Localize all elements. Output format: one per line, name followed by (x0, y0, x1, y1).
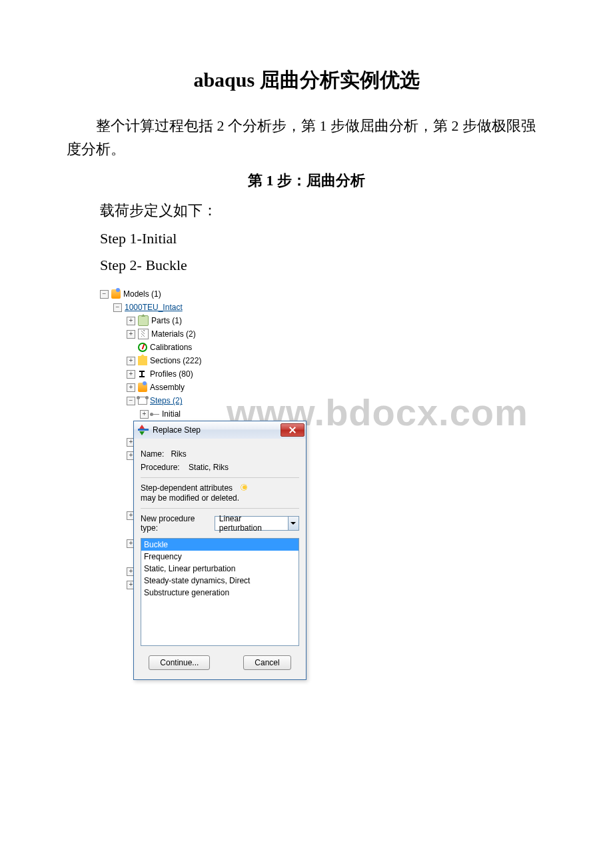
tree-item-models[interactable]: − Models (1) (100, 287, 300, 301)
dropdown-value: Linear perturbation (215, 514, 288, 533)
procedure-listbox[interactable]: Buckle Frequency Static, Linear perturba… (141, 538, 299, 646)
materials-icon (138, 329, 149, 339)
tree-label: Calibrations (150, 343, 192, 352)
replace-step-dialog: Replace Step Name: Riks Procedure: Stati… (133, 421, 306, 680)
paragraph-step1: Step 1-Initial (100, 230, 546, 247)
tree-item-steps[interactable]: − Steps (2) (100, 394, 300, 407)
procedure-type-dropdown[interactable]: Linear perturbation (215, 516, 299, 531)
name-label: Name: (141, 449, 164, 459)
separator (141, 508, 299, 509)
close-icon (289, 427, 296, 433)
procedure-value: Static, Riks (189, 463, 229, 472)
intro-paragraph: 整个计算过程包括 2 个分析步，第 1 步做屈曲分析，第 2 步做极限强度分析。 (67, 114, 546, 161)
chevron-down-icon (291, 522, 296, 525)
tree-item-sections[interactable]: + Sections (222) (100, 354, 300, 367)
dialog-button-row: Continue... Cancel (141, 650, 299, 673)
procedure-row: Procedure: Static, Riks (141, 463, 299, 472)
tree-item-profiles[interactable]: + Profiles (80) (100, 367, 300, 381)
dropdown-button[interactable] (288, 517, 299, 530)
parts-icon (138, 315, 149, 326)
close-button[interactable] (281, 423, 305, 437)
tree-label: Materials (2) (151, 329, 196, 339)
tree-label: Assembly (150, 383, 185, 392)
initial-step-icon (153, 411, 159, 417)
profiles-icon (138, 369, 147, 379)
tree-label: Models (1) (123, 289, 161, 299)
paragraph-load-step: 载荷步定义如下： (100, 201, 546, 221)
expand-icon[interactable]: + (127, 370, 135, 379)
tree-item-initial[interactable]: + Initial (100, 407, 300, 421)
hint-row: Step-dependent attributes may be modifie… (141, 483, 299, 503)
procedure-label: Procedure: (141, 463, 180, 472)
procedure-type-row: New procedure type: Linear perturbation (141, 514, 299, 533)
abaqus-screenshot: www.bdocx.com − Models (1) − 1000TEU_Int… (100, 287, 433, 714)
name-value: Riks (171, 449, 186, 459)
expand-icon[interactable]: + (127, 317, 135, 325)
steps-icon (138, 397, 147, 405)
tree-label: Profiles (80) (150, 369, 193, 379)
expand-icon[interactable]: + (127, 330, 135, 339)
paragraph-step2: Step 2- Buckle (100, 257, 546, 274)
page-title: abaqus 屈曲分析实例优选 (67, 67, 546, 94)
section-heading: 第 1 步：屈曲分析 (67, 171, 546, 191)
tree-item-materials[interactable]: + Materials (2) (100, 327, 300, 341)
list-item-buckle[interactable]: Buckle (141, 539, 299, 551)
dialog-title: Replace Step (153, 425, 201, 435)
dialog-body: Name: Riks Procedure: Static, Riks Step-… (134, 439, 306, 679)
name-row: Name: Riks (141, 449, 299, 459)
sections-icon (138, 356, 147, 365)
cancel-button[interactable]: Cancel (243, 655, 291, 670)
continue-button[interactable]: Continue... (149, 655, 210, 670)
expand-icon[interactable]: + (140, 410, 149, 419)
calibrations-icon (138, 343, 147, 352)
tree-label[interactable]: Steps (2) (150, 396, 183, 405)
collapse-icon[interactable]: − (113, 303, 122, 312)
separator (141, 477, 299, 478)
dialog-titlebar[interactable]: Replace Step (134, 421, 306, 439)
list-item-steady-state[interactable]: Steady-state dynamics, Direct (141, 575, 299, 587)
replace-step-icon (138, 425, 149, 435)
models-icon (111, 289, 121, 299)
tree-item-assembly[interactable]: + Assembly (100, 381, 300, 394)
assembly-icon (138, 383, 147, 392)
tree-item-model-name[interactable]: − 1000TEU_Intact (100, 301, 300, 314)
tree-item-parts[interactable]: + Parts (1) (100, 314, 300, 327)
list-item-frequency[interactable]: Frequency (141, 551, 299, 563)
lightbulb-icon (240, 484, 249, 493)
tree-label: Parts (1) (151, 316, 182, 325)
hint-line2: may be modified or deleted. (141, 493, 239, 503)
list-item-substructure[interactable]: Substructure generation (141, 587, 299, 599)
collapse-icon[interactable]: − (100, 290, 109, 299)
combo-label: New procedure type: (141, 514, 212, 533)
tree-label: Sections (222) (150, 356, 201, 365)
expand-icon[interactable]: + (127, 383, 135, 392)
expand-icon[interactable]: + (127, 357, 135, 365)
tree-item-calibrations[interactable]: Calibrations (100, 341, 300, 354)
collapse-icon[interactable]: − (127, 397, 135, 405)
tree-label[interactable]: 1000TEU_Intact (125, 303, 183, 312)
tree-label: Initial (162, 409, 181, 419)
list-item-static-linear[interactable]: Static, Linear perturbation (141, 563, 299, 575)
hint-line1: Step-dependent attributes (141, 483, 233, 493)
